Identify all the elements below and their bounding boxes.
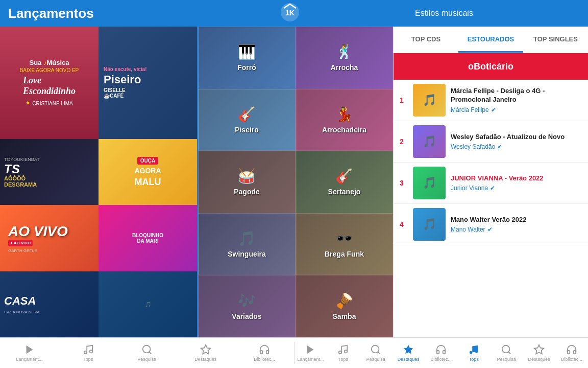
header-center-label: Estilos musicais <box>308 9 580 18</box>
banner1-subtitle: BAIXE AGORA NOVO EP <box>20 67 79 73</box>
banner-item-1[interactable]: Sua ♪Música BAIXE AGORA NOVO EP LoveEsco… <box>0 27 99 139</box>
nav-tops2[interactable]: Tops <box>327 338 359 368</box>
banner-item-3[interactable]: AO VIVO ● AO VIVO GARTH GRTLE <box>0 205 99 271</box>
nav-pesquisa2-label: Pesquisa <box>366 357 385 362</box>
nav-tops[interactable]: Tops <box>59 338 117 368</box>
track-title-4: Mano Walter Verão 2022 <box>451 216 582 224</box>
track-thumb-4: 🎵 <box>413 208 446 241</box>
banner3-credits: GARTH GRTLE <box>8 248 37 253</box>
track-thumb-3: 🎵 <box>413 167 446 199</box>
track-item[interactable]: 4 🎵 Mano Walter Verão 2022 Mano Walter ✔ <box>394 204 588 245</box>
svg-point-10 <box>372 346 379 353</box>
tab-top-cds[interactable]: TOP CDS <box>394 27 458 53</box>
variados-icon: 🎶 <box>238 292 256 309</box>
banner2-item-spacer[interactable]: Não escute, vicia! Piseiro GISELLE☕CAFÉ <box>99 27 197 139</box>
genre-samba[interactable]: 🪘 Samba <box>296 275 393 337</box>
bottom-nav: Lançament... Tops Pesquisa Destaques Bib… <box>0 337 588 368</box>
svg-marker-7 <box>307 346 314 354</box>
verified-icon-3: ✔ <box>490 185 495 192</box>
swingueira-icon: 🎵 <box>238 230 256 247</box>
nav-biblioteca-label: Bibliotec... <box>254 357 275 362</box>
nav-lancamentos2[interactable]: Lançament... <box>295 338 327 368</box>
banner3-text: AO VIVO <box>8 223 68 240</box>
nav-pesquisa3[interactable]: Pesquisa <box>490 338 523 368</box>
nav-tops3-label: Tops <box>469 357 479 362</box>
forro-icon: 🎹 <box>238 43 256 60</box>
b2-malu: MALU <box>135 177 161 188</box>
nav-right-section: Lançament... Tops Pesquisa Destaques Bib… <box>295 338 589 368</box>
track-item[interactable]: 1 🎵 Márcia Fellipe - Desliga o 4G - Prom… <box>394 80 588 121</box>
banner-item-4[interactable]: CASA CASA NOVA NOVA <box>0 271 99 337</box>
piseiro-label: Piseiro <box>235 126 259 134</box>
swingueira-label: Swingueira <box>228 250 266 258</box>
track-artist-4[interactable]: Mano Walter ✔ <box>451 226 582 233</box>
b2-agora: AGORA <box>134 167 161 175</box>
svg-point-9 <box>345 350 348 353</box>
track-info-4: Mano Walter Verão 2022 Mano Walter ✔ <box>451 216 582 234</box>
svg-point-4 <box>89 350 92 353</box>
nav-left-section: Lançament... Tops Pesquisa Destaques Bib… <box>0 338 294 368</box>
track-artist-2[interactable]: Wesley Safadão ✔ <box>451 143 582 150</box>
ad-banner: oBoticário <box>394 53 588 80</box>
banner1-title: Sua ♪Música <box>29 59 69 66</box>
track-rank-3: 3 <box>400 179 408 187</box>
genre-bregafunk[interactable]: 🕶️ Brega Funk <box>296 213 393 275</box>
tabs: TOP CDS ESTOURADOS TOP SINGLES <box>394 27 588 53</box>
track-item[interactable]: 2 🎵 Wesley Safadão - Atualizou de Novo W… <box>394 121 588 163</box>
main-layout: Sua ♪Música BAIXE AGORA NOVO EP LoveEsco… <box>0 27 588 337</box>
track-thumb-2: 🎵 <box>413 125 446 158</box>
nav-lancamentos-label: Lançament... <box>16 357 43 362</box>
tab-top-singles[interactable]: TOP SINGLES <box>523 27 588 53</box>
nav-biblioteca2[interactable]: Bibliotec... <box>425 338 457 368</box>
banner2-item-2[interactable]: OUÇA AGORA MALU <box>99 139 197 205</box>
genre-variados[interactable]: 🎶 Variados <box>198 275 296 337</box>
pagode-icon: 🥁 <box>238 168 256 185</box>
banner2-item-4[interactable]: 🎵 <box>99 271 197 337</box>
track-artist-3[interactable]: Junior Vianna ✔ <box>451 185 582 192</box>
b2-bloquinho: BLOQUINHODA MARI <box>132 233 163 244</box>
nav-pesquisa2[interactable]: Pesquisa <box>359 338 392 368</box>
genre-swingueira[interactable]: 🎵 Swingueira <box>198 213 296 275</box>
nav-tops-label: Tops <box>83 357 93 362</box>
nav-biblioteca2-label: Bibliotec... <box>430 357 452 362</box>
arrochadeira-icon: 💃 <box>335 106 353 123</box>
track-rank-2: 2 <box>400 137 408 146</box>
forro-label: Forró <box>237 63 256 72</box>
tab-estourados[interactable]: ESTOURADOS <box>458 27 523 53</box>
track-rank-4: 4 <box>400 220 408 228</box>
sertanejo-icon: 🎸 <box>335 168 353 185</box>
arrochadeira-label: Arrochadeira <box>322 126 366 134</box>
genre-forro[interactable]: 🎹 Forró <box>198 27 296 89</box>
svg-marker-6 <box>201 345 210 354</box>
track-title-1: Márcia Fellipe - Desliga o 4G - Promocio… <box>451 87 582 104</box>
samba-icon: 🪘 <box>335 292 353 309</box>
variados-label: Variados <box>232 312 261 320</box>
nav-tops3[interactable]: Tops <box>457 338 490 368</box>
nav-biblioteca[interactable]: Bibliotec... <box>235 338 293 368</box>
right-panel: TOP CDS ESTOURADOS TOP SINGLES oBoticári… <box>393 27 588 337</box>
nav-pesquisa-label: Pesquisa <box>137 357 156 362</box>
track-title-3: JUNIOR VIANNA - Verão 2022 <box>451 174 582 183</box>
banner2-item-3[interactable]: BLOQUINHODA MARI <box>99 205 197 271</box>
b2-item4: 🎵 <box>145 302 151 307</box>
genre-pagode[interactable]: 🥁 Pagode <box>198 151 296 213</box>
track-title-2: Wesley Safadão - Atualizou de Novo <box>451 133 582 142</box>
genre-piseiro[interactable]: 🎸 Piseiro <box>198 89 296 151</box>
banner2-text: AÔÔÔÔDESGRAMA <box>4 175 37 188</box>
nav-destaques[interactable]: Destaques <box>176 338 235 368</box>
svg-point-3 <box>84 351 87 354</box>
genre-arrocha[interactable]: 🕺 Arrocha <box>296 27 393 89</box>
genre-sertanejo[interactable]: 🎸 Sertanejo <box>296 151 393 213</box>
banner-item-2[interactable]: TOYOUKIENBAT TS AÔÔÔÔDESGRAMA <box>0 139 99 205</box>
nav-destaques2[interactable]: Destaques <box>392 338 425 368</box>
nav-lancamentos[interactable]: Lançament... <box>0 338 59 368</box>
nav-biblioteca3[interactable]: Bibliotec... <box>555 338 588 368</box>
nav-pesquisa[interactable]: Pesquisa <box>117 338 176 368</box>
track-artist-1[interactable]: Márcia Fellipe ✔ <box>451 106 582 113</box>
header: Lançamentos 1K Estilos musicais <box>0 0 588 27</box>
genre-arrochadeira[interactable]: 💃 Arrochadeira <box>296 89 393 151</box>
ad-label: oBoticário <box>468 61 513 72</box>
track-item[interactable]: 3 🎵 JUNIOR VIANNA - Verão 2022 Junior Vi… <box>394 163 588 204</box>
arrocha-icon: 🕺 <box>335 43 353 60</box>
nav-destaques3[interactable]: Destaques <box>523 338 555 368</box>
